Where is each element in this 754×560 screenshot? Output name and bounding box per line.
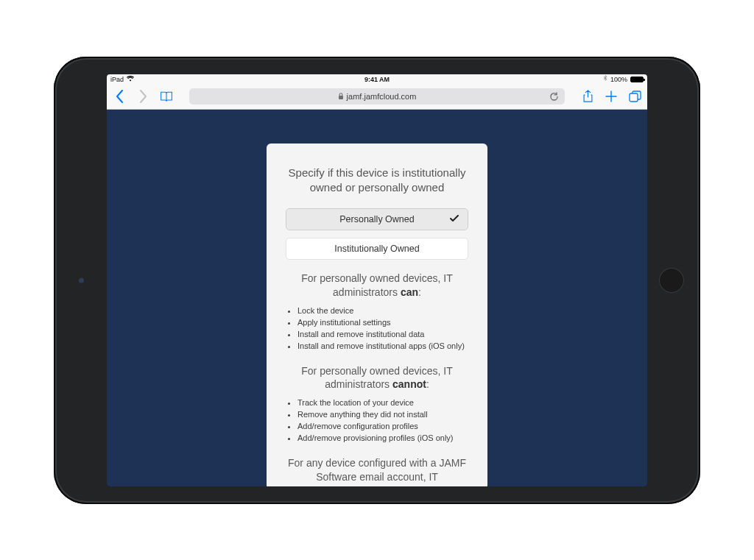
reload-icon[interactable] (549, 92, 559, 102)
option-label: Institutionally Owned (334, 244, 419, 254)
option-label: Personally Owned (339, 214, 414, 224)
status-bar: iPad 9:41 AM 100% (107, 74, 647, 85)
tabs-button[interactable] (628, 91, 641, 103)
ipad-device-frame: iPad 9:41 AM 100% (54, 57, 700, 504)
lock-icon (338, 93, 344, 100)
screen: iPad 9:41 AM 100% (107, 74, 647, 486)
back-button[interactable] (113, 90, 126, 103)
cannot-list: Track the location of your device Remove… (286, 397, 468, 444)
check-icon (450, 214, 459, 224)
battery-pct: 100% (610, 76, 627, 83)
can-list: Lock the device Apply institutional sett… (286, 305, 468, 352)
can-heading: For personally owned devices, IT adminis… (286, 272, 468, 300)
page-background: Specify if this device is institutionall… (107, 110, 647, 486)
footer-text: For any device configured with a JAMF So… (286, 456, 468, 484)
safari-toolbar: jamf.jamfcloud.com (107, 85, 647, 110)
list-item: Remove anything they did not install (297, 409, 468, 421)
svg-rect-4 (630, 93, 638, 102)
carrier-label: iPad (110, 76, 124, 83)
svg-rect-1 (339, 96, 343, 99)
list-item: Install and remove institutional data (297, 329, 468, 341)
address-bar[interactable]: jamf.jamfcloud.com (189, 88, 565, 104)
home-button[interactable] (659, 268, 684, 293)
list-item: Install and remove institutional apps (i… (297, 341, 468, 352)
option-institutionally-owned[interactable]: Institutionally Owned (286, 238, 468, 260)
bookmarks-button[interactable] (160, 91, 173, 102)
share-button[interactable] (581, 90, 594, 103)
list-item: Lock the device (297, 305, 468, 317)
ownership-card: Specify if this device is institutionall… (267, 143, 487, 486)
bluetooth-icon (603, 75, 607, 83)
card-heading: Specify if this device is institutionall… (286, 166, 468, 196)
forward-button (136, 90, 149, 103)
new-tab-button[interactable] (605, 91, 618, 102)
wifi-icon (127, 76, 134, 83)
cannot-heading: For personally owned devices, IT adminis… (286, 364, 468, 392)
front-camera (79, 277, 84, 283)
list-item: Add/remove provisioning profiles (iOS on… (297, 433, 468, 444)
battery-icon (630, 77, 644, 82)
list-item: Apply institutional settings (297, 317, 468, 329)
list-item: Add/remove configuration profiles (297, 421, 468, 433)
option-personally-owned[interactable]: Personally Owned (286, 208, 468, 230)
list-item: Track the location of your device (297, 397, 468, 409)
url-text: jamf.jamfcloud.com (347, 92, 417, 101)
clock: 9:41 AM (364, 76, 390, 83)
